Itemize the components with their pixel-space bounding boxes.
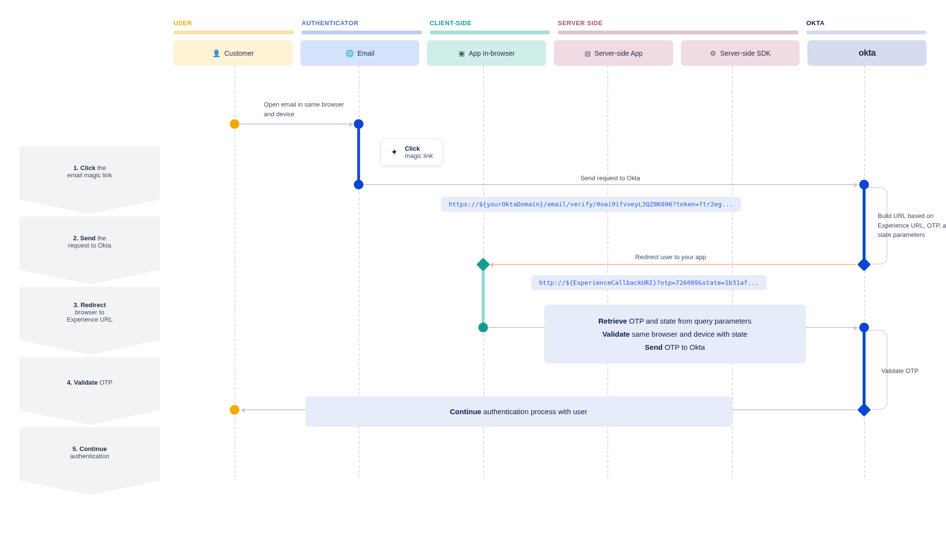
actor-label: Email xyxy=(358,49,375,57)
actor-email: 🌐 Email xyxy=(300,40,420,66)
label-open-email: Open email in same browser and device xyxy=(264,100,351,119)
gear-icon: ⚙ xyxy=(710,49,716,57)
validate-box: Retrieve OTP and state from query parame… xyxy=(544,305,806,363)
label-redirect: Redirect user to your app xyxy=(635,252,706,262)
arrow-right xyxy=(364,184,857,185)
app-icon: ▣ xyxy=(458,49,465,57)
label-build-url: Build URL based on Experience URL, OTP, … xyxy=(878,211,946,240)
arrow-left-red xyxy=(490,264,857,265)
teal-diamond xyxy=(476,258,490,271)
label-validate-otp: Validate OTP xyxy=(882,366,940,376)
blue-node xyxy=(354,119,363,129)
lane-header-server: SERVER SIDE xyxy=(558,19,799,34)
vseg-okta xyxy=(863,185,866,264)
actor-label: Server-side SDK xyxy=(720,49,771,57)
lane-header-client: CLIENT-SIDE xyxy=(430,19,550,34)
lane-header-authenticator: AUTHENTICATOR xyxy=(301,19,422,34)
step-2: 2. Send the request to Okta xyxy=(19,217,160,270)
code-url-1: https://${yourOktaDomain}/email/verify/0… xyxy=(441,197,741,212)
blue-node xyxy=(859,180,869,189)
arrow-right xyxy=(240,124,353,124)
diagram-canvas: 1. Click the email magic link 2. Send th… xyxy=(0,0,946,560)
continue-box: Continue authentication process with use… xyxy=(305,396,732,427)
actor-server-app: ▤ Server-side App xyxy=(554,40,673,66)
server-icon: ▤ xyxy=(584,49,591,57)
step-5: 5. Continue authentication xyxy=(19,427,160,481)
steps-column: 1. Click the email magic link 2. Send th… xyxy=(19,112,160,481)
globe-icon: 🌐 xyxy=(346,49,354,57)
blue-node xyxy=(354,180,363,189)
blue-node xyxy=(859,323,869,332)
actor-app-browser: ▣ App In-browser xyxy=(427,40,546,66)
lane-header-user: USER xyxy=(173,19,294,34)
vseg-okta xyxy=(863,327,866,410)
step-4: 4. Validate OTP xyxy=(19,357,160,410)
step-3: 3. Redirect browser to Experience URL xyxy=(19,287,160,340)
actor-label: App In-browser xyxy=(469,49,515,57)
step-1: 1. Click the email magic link xyxy=(19,146,160,200)
click-icon: ✦ xyxy=(391,147,398,157)
code-url-2: http://${ExperienceCallbackURI}?otp=7260… xyxy=(531,275,767,290)
label-send-request: Send request to Okta xyxy=(581,173,640,183)
swimlanes: USER AUTHENTICATOR CLIENT-SIDE SERVER SI… xyxy=(173,19,927,481)
click-magic-box: ✦ Clickmagic link xyxy=(380,139,443,166)
actor-label: Customer xyxy=(224,49,254,57)
actor-label: Server-side App xyxy=(595,49,643,57)
sequence-diagram: Open email in same browser and device ✦ … xyxy=(173,66,927,478)
lane-header-okta: OKTA xyxy=(806,19,927,34)
vseg-client xyxy=(482,264,485,327)
orange-node xyxy=(230,119,239,129)
actor-customer: 👤 Customer xyxy=(173,40,293,66)
teal-node xyxy=(478,323,488,332)
actor-server-sdk: ⚙ Server-side SDK xyxy=(681,40,800,66)
actor-okta: okta xyxy=(807,40,927,66)
person-icon: 👤 xyxy=(212,49,221,57)
vseg-auth xyxy=(357,124,360,182)
okta-logo: okta xyxy=(859,48,876,58)
orange-node xyxy=(230,405,239,415)
